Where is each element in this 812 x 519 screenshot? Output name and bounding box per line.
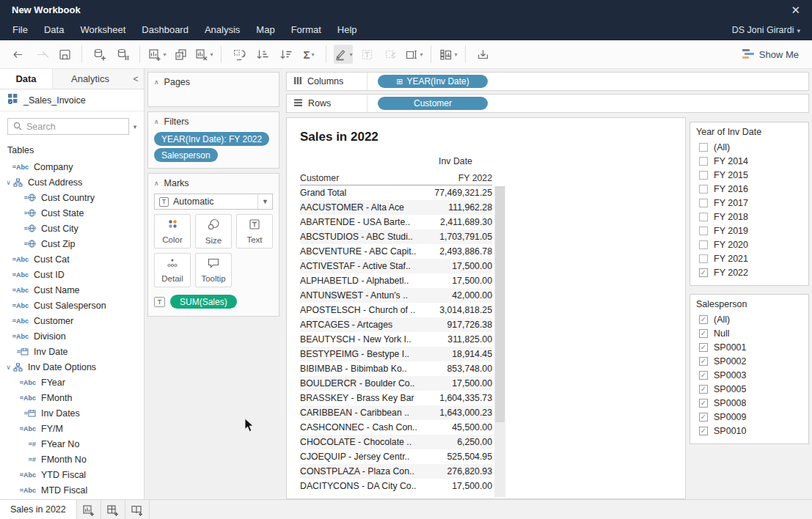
- vertical-scrollbar[interactable]: [494, 186, 505, 497]
- customer-cell[interactable]: CARIBBEAN - Caribbean ..: [300, 408, 419, 418]
- columns-shelf[interactable]: Columns ⊞YEAR(Inv Date): [286, 72, 809, 91]
- filter-checkbox-item[interactable]: ✓SP0009: [696, 410, 802, 424]
- filter-checkbox-item[interactable]: FY 2014: [696, 154, 802, 168]
- customer-cell[interactable]: ABCVENTURE - ABC Capit..: [300, 246, 419, 257]
- checkbox-unchecked-icon[interactable]: [699, 240, 708, 249]
- table-row[interactable]: BRASSKEY - Brass Key Bar1,604,335.73: [300, 391, 492, 405]
- detail-button[interactable]: Detail: [154, 253, 191, 287]
- sum-sales-pill[interactable]: SUM(Sales): [170, 295, 237, 309]
- customer-cell[interactable]: BESTYPEIMG - Bestype I..: [300, 349, 419, 359]
- checkbox-unchecked-icon[interactable]: [699, 171, 708, 180]
- customer-cell[interactable]: BOULDERCR - Boulder Co..: [300, 378, 419, 389]
- customer-cell[interactable]: ANTUNSWEST - Antun's ..: [300, 290, 419, 301]
- checkbox-unchecked-icon[interactable]: [699, 143, 708, 152]
- field-fy-m[interactable]: =AbcFY/M: [0, 421, 144, 436]
- filter-checkbox-item[interactable]: ✓SP0008: [696, 396, 802, 410]
- customer-cell[interactable]: CJOEQUIP - Jersey Centr..: [300, 452, 419, 462]
- menu-help[interactable]: Help: [329, 20, 365, 40]
- swap-rows-columns-icon[interactable]: [229, 45, 248, 64]
- menu-format[interactable]: Format: [283, 20, 329, 40]
- customer-cell[interactable]: ABCSTUDIOS - ABC Studi..: [300, 232, 419, 242]
- menu-worksheet[interactable]: Worksheet: [72, 20, 133, 40]
- filter-checkbox-item[interactable]: FY 2016: [696, 182, 802, 196]
- field-cust-address[interactable]: ∨Cust Address: [0, 174, 144, 190]
- checkbox-checked-icon[interactable]: ✓: [699, 315, 708, 324]
- color-button[interactable]: Color: [154, 214, 191, 249]
- sales-value-cell[interactable]: 525,504.95: [419, 452, 492, 462]
- filter-checkbox-item[interactable]: FY 2021: [696, 251, 802, 265]
- sales-value-cell[interactable]: 1,703,791.05: [419, 232, 492, 242]
- customer-cell[interactable]: AACUSTOMER - Alta Ace: [300, 202, 419, 213]
- table-row[interactable]: ABCSTUDIOS - ABC Studi..1,703,791.05: [300, 229, 492, 244]
- year-inv-date-pill[interactable]: ⊞YEAR(Inv Date): [378, 75, 488, 88]
- customer-cell[interactable]: ABARTENDE - USA Barte..: [300, 217, 419, 227]
- table-row[interactable]: CONSTPLAZA - Plaza Con..276,820.93: [300, 464, 492, 479]
- new-story-tab-icon[interactable]: [125, 500, 150, 519]
- customer-cell[interactable]: ALPHABETLD - Alphabetl..: [300, 276, 419, 286]
- sales-value-cell[interactable]: 17,500.00: [419, 261, 492, 271]
- table-row[interactable]: ANTUNSWEST - Antun's ..42,000.00: [300, 288, 492, 303]
- field-cust-id[interactable]: =AbcCust ID: [0, 267, 144, 282]
- show-hide-cards-icon[interactable]: ▾: [439, 45, 458, 64]
- checkbox-checked-icon[interactable]: ✓: [699, 385, 708, 394]
- filter-checkbox-item[interactable]: ✓(All): [696, 312, 802, 326]
- customer-cell[interactable]: DACITYCONS - DA City Co..: [300, 481, 419, 491]
- table-row[interactable]: BESTYPEIMG - Bestype I..18,914.45: [300, 347, 492, 361]
- tab-data[interactable]: Data: [0, 69, 53, 89]
- table-row[interactable]: ALPHABETLD - Alphabetl..17,500.00: [300, 273, 492, 288]
- field-cust-city[interactable]: =Cust City: [0, 221, 144, 236]
- filter-checkbox-item[interactable]: ✓SP0005: [696, 382, 802, 396]
- search-options-icon[interactable]: ▾: [129, 123, 141, 130]
- table-row[interactable]: ABCVENTURE - ABC Capit..2,493,886.78: [300, 244, 492, 259]
- filter-checkbox-item[interactable]: FY 2015: [696, 168, 802, 182]
- customer-cell[interactable]: ARTCAGES - Artcages: [300, 320, 419, 330]
- totals-icon[interactable]: Σ▾: [299, 45, 318, 64]
- column-field-header[interactable]: Inv Date: [419, 156, 492, 171]
- close-icon[interactable]: ✕: [791, 4, 800, 17]
- filter-checkbox-item[interactable]: FY 2018: [696, 210, 802, 224]
- checkbox-unchecked-icon[interactable]: [699, 199, 708, 207]
- checkbox-checked-icon[interactable]: ✓: [699, 399, 708, 408]
- sales-value-cell[interactable]: 917,726.38: [419, 320, 492, 330]
- field-cust-state[interactable]: =Cust State: [0, 205, 144, 221]
- filter-checkbox-item[interactable]: ✓Null: [696, 326, 802, 340]
- field-cust-zip[interactable]: =Cust Zip: [0, 236, 144, 251]
- sales-value-cell[interactable]: 1,643,000.23: [419, 408, 492, 418]
- table-row[interactable]: AACUSTOMER - Alta Ace111,962.28: [300, 200, 492, 215]
- field-cust-name[interactable]: =AbcCust Name: [0, 282, 144, 298]
- account-menu[interactable]: DS Joni Girardi▾: [732, 25, 808, 35]
- field-fmonth[interactable]: =AbcFMonth: [0, 390, 144, 405]
- menu-analysis[interactable]: Analysis: [197, 20, 248, 40]
- checkbox-unchecked-icon[interactable]: [699, 254, 708, 263]
- field-inv-date-options[interactable]: ∨Inv Date Options: [0, 359, 144, 375]
- table-row[interactable]: DACITYCONS - DA City Co..17,500.00: [300, 479, 492, 493]
- sales-value-cell[interactable]: 111,962.28: [419, 202, 492, 213]
- search-input[interactable]: Search: [7, 118, 129, 135]
- menu-map[interactable]: Map: [248, 20, 282, 40]
- sales-value-cell[interactable]: 17,500.00: [419, 276, 492, 286]
- table-row[interactable]: ARTCAGES - Artcages917,726.38: [300, 317, 492, 332]
- filter-checkbox-item[interactable]: ✓SP0002: [696, 354, 802, 368]
- customer-cell[interactable]: BIBIMBAB - Bibimbab Ko..: [300, 364, 419, 374]
- checkbox-checked-icon[interactable]: ✓: [699, 413, 708, 422]
- grand-total-row[interactable]: Grand Total77,469,321.25: [300, 185, 492, 200]
- checkbox-unchecked-icon[interactable]: [699, 227, 708, 235]
- menu-dashboard[interactable]: Dashboard: [133, 20, 197, 40]
- filter-checkbox-item[interactable]: ✓SP0001: [696, 340, 802, 354]
- sort-descending-icon[interactable]: [276, 45, 295, 64]
- size-button[interactable]: Size: [195, 214, 232, 249]
- clear-sheet-icon[interactable]: ▾: [194, 45, 213, 64]
- field-fyear-no[interactable]: =#FYear No: [0, 436, 144, 452]
- filter-pill[interactable]: YEAR(Inv Date): FY 2022: [154, 132, 269, 146]
- table-row[interactable]: BIBIMBAB - Bibimbab Ko..853,748.00: [300, 361, 492, 376]
- mark-type-dropdown[interactable]: T Automatic ▼: [154, 194, 273, 210]
- filter-checkbox-item[interactable]: ✓FY 2022: [696, 265, 802, 279]
- sales-value-cell[interactable]: 2,493,886.78: [419, 246, 492, 257]
- table-row[interactable]: ACTIVESTAF - Active Staf..17,500.00: [300, 259, 492, 273]
- field-fmonth-no[interactable]: =#FMonth No: [0, 452, 144, 467]
- show-me-button[interactable]: Show Me: [742, 49, 806, 60]
- menu-data[interactable]: Data: [36, 20, 72, 40]
- sales-value-cell[interactable]: 2,411,689.30: [419, 217, 492, 227]
- fit-selector-icon[interactable]: ▾: [404, 45, 423, 64]
- text-button[interactable]: Text: [236, 214, 273, 249]
